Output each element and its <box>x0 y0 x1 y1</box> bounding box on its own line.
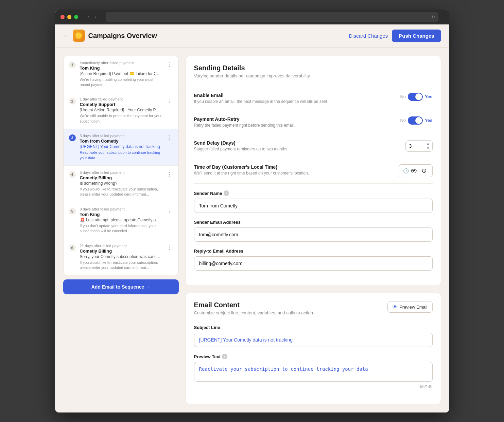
payment-auto-retry-desc: Retry the failed payment right before se… <box>194 123 295 128</box>
payment-auto-retry-yes-label: Yes <box>425 118 432 123</box>
sender-name-group: Sender Name i <box>194 190 433 213</box>
email-content-header: Email Content Customize subject line, co… <box>194 301 433 324</box>
subject-line-label: Subject Line <box>194 325 433 330</box>
left-panel: 1 Immediately after failed payment Tom K… <box>63 56 179 405</box>
time-of-day-label: Time of Day (Customer's Local Time) <box>194 164 309 170</box>
send-delay-up-button[interactable]: ▲ <box>424 141 432 146</box>
seq-subject-4: Is something wrong? <box>80 181 162 186</box>
seq-sender-2: Cometly Support <box>80 102 162 107</box>
enable-email-info: Enable Email If you disable an email, th… <box>194 93 329 104</box>
seq-number-4: 4 <box>69 171 76 178</box>
seq-timing-5: 8 days after failed payment <box>80 207 162 211</box>
add-email-to-sequence-button[interactable]: Add Email to Sequence → <box>63 279 179 294</box>
right-panel: Sending Details Varying sender details p… <box>186 56 441 405</box>
seq-timing-6: 21 days after failed payment <box>80 244 162 248</box>
traffic-light-yellow[interactable] <box>67 15 71 19</box>
email-content-title: Email Content <box>194 301 314 309</box>
payment-auto-retry-toggle[interactable] <box>408 116 423 125</box>
sequence-item-5[interactable]: 5 8 days after failed payment Tom King 🚨… <box>64 202 178 239</box>
enable-email-toggle[interactable] <box>408 93 423 101</box>
seq-content-2: 1 day after failed payment Cometly Suppo… <box>80 97 162 124</box>
header-actions: Discard Changes Push Changes <box>349 30 441 42</box>
email-content-subtitle: Customize subject line, content, variabl… <box>194 310 314 315</box>
reply-to-group: Reply-to Email Address <box>194 249 433 271</box>
seq-content-5: 8 days after failed payment Tom King 🚨 L… <box>80 207 162 234</box>
traffic-light-green[interactable] <box>74 15 78 19</box>
enable-email-row: Enable Email If you disable an email, th… <box>194 87 433 110</box>
send-delay-label: Send Delay (Days) <box>194 140 289 146</box>
seq-menu-button-2[interactable]: ⋮ <box>166 97 173 105</box>
seq-number-2: 2 <box>69 98 76 105</box>
payment-auto-retry-toggle-group: No Yes <box>400 116 432 125</box>
refresh-icon: ↻ <box>432 15 435 19</box>
back-button[interactable]: ← <box>63 32 69 39</box>
preview-text-info-icon[interactable]: i <box>222 354 227 359</box>
preview-text-group: Preview Text i Reactivate your subscript… <box>194 354 433 389</box>
time-of-day-info: Time of Day (Customer's Local Time) We'l… <box>194 164 309 176</box>
sender-name-info-icon[interactable]: i <box>224 190 229 196</box>
send-delay-info: Send Delay (Days) Stagger failed payment… <box>194 140 289 151</box>
sequence-item-1[interactable]: 1 Immediately after failed payment Tom K… <box>64 56 178 93</box>
payment-auto-retry-no-label: No <box>400 118 406 123</box>
seq-preview-4: If you would like to reactivate your sub… <box>80 187 162 197</box>
url-bar[interactable]: ↻ <box>106 12 438 22</box>
time-of-day-input[interactable] <box>411 167 428 175</box>
seq-number-6: 6 <box>69 244 76 251</box>
seq-sender-3: Tom from Cometly <box>80 139 162 144</box>
seq-subject-3: [URGENT] Your Cometly data is not tracki… <box>80 144 162 149</box>
traffic-light-red[interactable] <box>60 15 65 19</box>
enable-email-yes-label: Yes <box>425 94 432 99</box>
seq-content-6: 21 days after failed payment Cometly Bil… <box>80 244 162 271</box>
sender-email-group: Sender Email Address <box>194 220 433 242</box>
sequence-item-3[interactable]: 3 3 days after failed payment Tom from C… <box>64 129 178 166</box>
page-title: Campaigns Overview <box>88 32 157 40</box>
reply-to-input[interactable] <box>194 256 433 271</box>
send-delay-down-button[interactable]: ▼ <box>424 146 432 151</box>
push-changes-button[interactable]: Push Changes <box>392 30 441 42</box>
seq-timing-2: 1 day after failed payment <box>80 97 162 101</box>
seq-subject-6: Sorry, your Cometly subscription was can… <box>80 254 162 259</box>
seq-preview-5: If you don't update your card informatio… <box>80 223 162 234</box>
seq-sender-6: Cometly Billing <box>80 249 162 254</box>
sequence-item-6[interactable]: 6 21 days after failed payment Cometly B… <box>64 239 178 275</box>
sender-email-input[interactable] <box>194 227 433 242</box>
payment-auto-retry-row: Payment Auto-Retry Retry the failed paym… <box>194 110 433 134</box>
seq-number-3: 3 <box>69 134 76 141</box>
seq-timing-1: Immediately after failed payment <box>80 61 162 65</box>
sequence-item-2[interactable]: 2 1 day after failed payment Cometly Sup… <box>64 92 178 129</box>
discard-changes-button[interactable]: Discard Changes <box>349 33 388 39</box>
subject-line-group: Subject Line <box>194 325 433 347</box>
nav-buttons: ‹ › <box>86 13 98 21</box>
preview-text-char-count: 59/140 <box>194 384 433 389</box>
seq-number-5: 5 <box>69 208 76 215</box>
send-delay-input-wrapper: ▲ ▼ <box>405 140 433 152</box>
sequence-item-4[interactable]: 4 5 days after failed payment Cometly Bi… <box>64 166 178 202</box>
seq-menu-button-6[interactable]: ⋮ <box>166 244 173 252</box>
subject-line-input[interactable] <box>194 333 433 347</box>
send-delay-row: Send Delay (Days) Stagger failed payment… <box>194 134 433 158</box>
preview-text-input[interactable]: Reactivate your subscription to continue… <box>194 362 433 382</box>
time-of-day-desc: We'll send it at the right time based on… <box>194 171 309 176</box>
seq-timing-3: 3 days after failed payment <box>80 134 162 138</box>
send-delay-input[interactable] <box>406 141 424 151</box>
sender-name-label: Sender Name i <box>194 190 433 196</box>
seq-subject-1: [Action Required] Payment 💳 failure for … <box>80 71 162 76</box>
seq-timing-4: 5 days after failed payment <box>80 170 162 175</box>
seq-menu-button-4[interactable]: ⋮ <box>166 170 173 178</box>
eye-icon: 👁 <box>393 304 397 310</box>
seq-menu-button-3[interactable]: ⋮ <box>166 134 173 142</box>
sequence-list: 1 Immediately after failed payment Tom K… <box>63 56 179 276</box>
seq-number-1: 1 <box>69 61 76 68</box>
seq-menu-button-5[interactable]: ⋮ <box>166 207 173 215</box>
send-delay-spinners: ▲ ▼ <box>424 141 432 151</box>
seq-menu-button-1[interactable]: ⋮ <box>166 61 173 69</box>
payment-auto-retry-label: Payment Auto-Retry <box>194 116 295 122</box>
back-nav-button[interactable]: ‹ <box>86 13 91 21</box>
preview-email-button[interactable]: 👁 Preview Email <box>387 301 432 313</box>
seq-content-3: 3 days after failed payment Tom from Com… <box>80 134 162 161</box>
send-delay-desc: Stagger failed payment reminders up to t… <box>194 147 289 151</box>
forward-nav-button[interactable]: › <box>93 13 98 21</box>
payment-auto-retry-info: Payment Auto-Retry Retry the failed paym… <box>194 116 295 128</box>
clock-icon: 🕐 <box>403 168 409 173</box>
sender-name-input[interactable] <box>194 199 433 213</box>
